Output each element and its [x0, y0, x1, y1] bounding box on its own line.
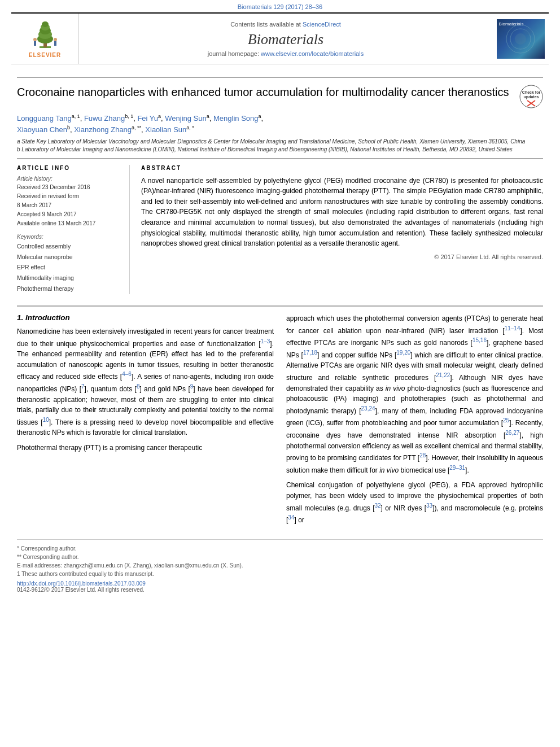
ref-32[interactable]: 32 — [374, 503, 380, 509]
svg-point-6 — [42, 21, 49, 27]
svg-point-7 — [33, 38, 37, 41]
body-section: 1. Introduction Nanomedicine has been ex… — [17, 305, 543, 530]
author-chen[interactable]: Xiaoyuan Chen — [17, 125, 67, 134]
svg-point-13 — [515, 33, 526, 45]
ref-7[interactable]: 7 — [81, 383, 85, 390]
author-tang[interactable]: Longguang Tang — [17, 114, 72, 123]
available-online: Available online 13 March 2017 — [17, 219, 121, 228]
keyword-3: EPR effect — [17, 262, 121, 273]
article-history: Article history: Received 23 December 20… — [17, 176, 121, 228]
author-sun-wenjing[interactable]: Wenjing Sun — [165, 114, 206, 123]
crossmark-badge[interactable]: Check for updates — [519, 85, 543, 108]
article-footer: * Corresponding author. ** Corresponding… — [17, 539, 543, 593]
ref-1-3[interactable]: 1–3 — [261, 338, 270, 344]
elsevier-text: ELSEVIER — [29, 52, 61, 58]
author-zhang-xianzhong[interactable]: Xianzhong Zhang — [74, 125, 132, 134]
authors-line: Longguang Tanga, 1, Fuwu Zhangb, 1, Fei … — [17, 113, 543, 136]
ref-26-27[interactable]: 26,27 — [505, 430, 519, 436]
author-song[interactable]: Menglin Song — [213, 114, 259, 123]
ref-29-31[interactable]: 29–31 — [449, 465, 465, 471]
affiliation-a: a State Key Laboratory of Molecular Vacc… — [17, 138, 543, 146]
ref-15-16[interactable]: 15,16 — [473, 337, 487, 343]
sciencedirect-link[interactable]: ScienceDirect — [303, 21, 341, 28]
keywords-section: Keywords: Controlled assembly Molecular … — [17, 234, 121, 294]
ref-25[interactable]: 25 — [503, 417, 509, 423]
keyword-5: Photothermal therapy — [17, 283, 121, 294]
footnote-corresponding-1: * Corresponding author. — [17, 544, 543, 553]
ref-34[interactable]: 34 — [288, 514, 294, 521]
article-info-heading: ARTICLE INFO — [17, 165, 121, 171]
sciencedirect-line: Contents lists available at ScienceDirec… — [230, 21, 341, 28]
elsevier-logo: ELSEVIER — [28, 19, 62, 58]
journal-reference-bar: Biomaterials 129 (2017) 28–36 — [0, 0, 560, 12]
journal-homepage-link[interactable]: www.elsevier.com/locate/biomaterials — [261, 50, 364, 57]
svg-rect-8 — [34, 41, 36, 46]
svg-point-14 — [523, 28, 532, 35]
elsevier-logo-section: ELSEVIER — [11, 14, 79, 64]
journal-cover-image: Biomaterials — [497, 19, 545, 59]
affiliations: a State Key Laboratory of Molecular Vacc… — [17, 138, 543, 154]
intro-section-title: 1. Introduction — [17, 313, 274, 322]
info-abstract-section: ARTICLE INFO Article history: Received 2… — [17, 158, 543, 294]
abstract-column: ABSTRACT A novel nanoparticle self-assem… — [141, 165, 543, 294]
abstract-heading: ABSTRACT — [141, 165, 543, 171]
ref-9[interactable]: 9 — [190, 383, 194, 390]
ref-33[interactable]: 33 — [426, 503, 432, 509]
journal-homepage: journal homepage: www.elsevier.com/locat… — [208, 50, 364, 57]
svg-text:updates: updates — [524, 95, 539, 99]
author-yu[interactable]: Fei Yu — [137, 114, 158, 123]
keyword-4: Multimodality imaging — [17, 273, 121, 283]
ref-11-14[interactable]: 11–14 — [505, 325, 520, 331]
keyword-1: Controlled assembly — [17, 241, 121, 252]
affiliation-b: b Laboratory of Molecular Imaging and Na… — [17, 146, 543, 154]
ref-19-20[interactable]: 19,20 — [396, 350, 410, 356]
copyright-line: © 2017 Elsevier Ltd. All rights reserved… — [141, 254, 543, 260]
svg-point-9 — [54, 38, 57, 41]
article-title: Croconaine nanoparticles with enhanced t… — [17, 85, 511, 99]
body-right-column: approach which uses the photothermal con… — [286, 313, 543, 530]
intro-right-text: approach which uses the photothermal con… — [286, 313, 543, 526]
keywords-label: Keywords: — [17, 234, 121, 240]
keyword-2: Molecular nanoprobe — [17, 252, 121, 263]
footnote-corresponding-2: ** Corresponding author. — [17, 553, 543, 561]
body-left-column: 1. Introduction Nanomedicine has been ex… — [17, 313, 274, 530]
article-info-column: ARTICLE INFO Article history: Received 2… — [17, 165, 130, 294]
title-section: Croconaine nanoparticles with enhanced t… — [17, 77, 543, 108]
svg-text:Check for: Check for — [522, 90, 541, 94]
issn-line: 0142-9612/© 2017 Elsevier Ltd. All right… — [17, 587, 543, 593]
history-label: Article history: — [17, 176, 121, 182]
journal-title-section: Contents lists available at ScienceDirec… — [79, 14, 492, 64]
article-content: Croconaine nanoparticles with enhanced t… — [0, 64, 560, 599]
ref-10[interactable]: 10 — [43, 417, 49, 423]
journal-cover-section: Biomaterials — [492, 14, 549, 64]
footnote-emails: E-mail addresses: zhangxzh@xmu.edu.cn (X… — [17, 561, 543, 570]
ref-17-18[interactable]: 17,18 — [303, 350, 317, 356]
elsevier-tree-icon — [28, 19, 62, 50]
ref-4-6[interactable]: 4–6 — [122, 371, 132, 377]
ref-8[interactable]: 8 — [137, 383, 140, 390]
revised-date: 8 March 2017 — [17, 201, 121, 210]
author-zhang-fuwu[interactable]: Fuwu Zhang — [84, 114, 125, 123]
ref-28[interactable]: 28 — [419, 452, 426, 458]
svg-rect-10 — [54, 41, 56, 46]
intro-paragraph-1: Nanomedicine has been extensively invest… — [17, 326, 274, 453]
footnote-equal-contrib: 1 These authors contributed equally to t… — [17, 570, 543, 578]
journal-title: Biomaterials — [248, 31, 323, 48]
ref-21-22[interactable]: 21,22 — [436, 372, 450, 378]
journal-header: ELSEVIER Contents lists available at Sci… — [11, 12, 549, 64]
author-sun-xiaolian[interactable]: Xiaolian Sun — [145, 125, 186, 134]
doi-link[interactable]: http://dx.doi.org/10.1016/j.biomaterials… — [17, 580, 543, 587]
accepted-date: Accepted 9 March 2017 — [17, 210, 121, 219]
ref-23-24[interactable]: 23,24 — [361, 405, 375, 412]
received-date: Received 23 December 2016 — [17, 183, 121, 192]
received-revised-label: Received in revised form — [17, 192, 121, 201]
abstract-text: A novel nanoparticle self-assembled by p… — [141, 176, 543, 249]
